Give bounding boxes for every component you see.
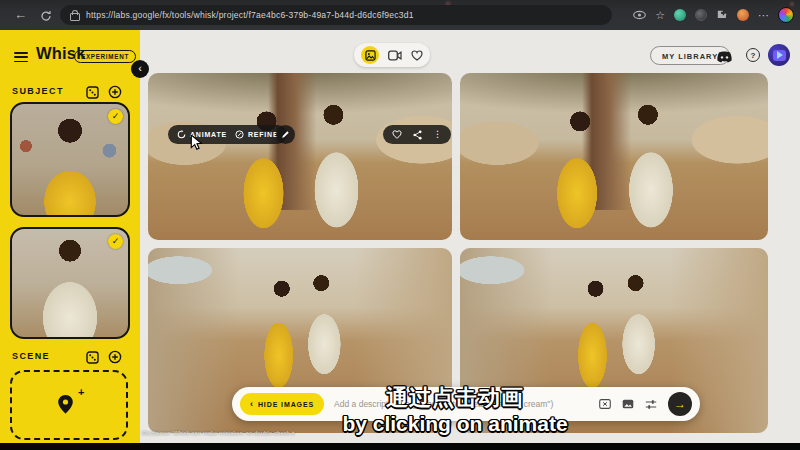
location-pin-icon xyxy=(57,394,74,419)
image-media-pill: ⋮ xyxy=(383,125,451,144)
browser-profile-avatar[interactable] xyxy=(778,7,794,23)
favorite-button[interactable] xyxy=(392,130,402,139)
animate-cycle-icon xyxy=(177,130,186,139)
reader-eye-icon[interactable] xyxy=(633,10,646,20)
subject-thumbnail-man[interactable]: ✓ xyxy=(10,227,130,339)
extension-icon-orange[interactable] xyxy=(737,9,749,21)
subject-thumbnail-woman[interactable]: ✓ xyxy=(10,102,130,217)
video-camera-icon xyxy=(388,50,402,61)
generated-image-2[interactable] xyxy=(460,73,768,240)
refine-label: REFINE xyxy=(248,131,278,138)
subtitle-chinese: 通过点击动画 xyxy=(100,383,800,413)
subject-section-header: SUBJECT xyxy=(0,85,140,99)
extension-icon-dark[interactable] xyxy=(695,9,707,21)
animate-label: ANIMATE xyxy=(190,131,227,138)
help-icon[interactable]: ? xyxy=(746,48,760,62)
url-text: https://labs.google/fx/tools/whisk/proje… xyxy=(86,10,414,20)
lock-icon xyxy=(70,13,80,21)
pen-icon xyxy=(281,130,290,139)
image-mode-button[interactable] xyxy=(361,46,379,64)
browser-actions: ☆ ⋯ xyxy=(633,0,794,30)
sidebar-collapse-button[interactable]: ‹ xyxy=(131,60,149,78)
browser-menu-icon[interactable]: ⋯ xyxy=(758,9,769,22)
menu-hamburger-icon[interactable] xyxy=(14,52,28,63)
more-options-button[interactable]: ⋮ xyxy=(433,130,442,139)
favorites-button[interactable] xyxy=(411,50,423,61)
subject-label: SUBJECT xyxy=(12,86,64,96)
heart-icon xyxy=(411,50,423,61)
subject-reroll-dice-icon[interactable] xyxy=(86,85,100,99)
refine-icon xyxy=(235,130,244,139)
subject-add-icon[interactable] xyxy=(108,85,122,99)
screen: ← https://labs.google/fx/tools/whisk/pro… xyxy=(0,0,800,450)
animate-button[interactable]: ANIMATE xyxy=(177,130,227,139)
refine-button[interactable]: REFINE xyxy=(235,130,278,139)
selected-check-icon: ✓ xyxy=(108,234,123,249)
subtitle-english: by clicking on animate xyxy=(100,412,800,436)
scene-add-icon[interactable] xyxy=(108,350,122,364)
share-icon xyxy=(413,130,422,140)
refresh-icon xyxy=(40,10,52,22)
browser-back-button[interactable]: ← xyxy=(14,8,27,21)
sidebar: Whisk EXPERIMENT ‹ SUBJECT ✓ ✓ SCENE xyxy=(0,30,140,443)
browser-refresh-button[interactable] xyxy=(40,8,52,26)
scene-section-header: SCENE xyxy=(0,350,140,364)
browser-chrome: ← https://labs.google/fx/tools/whisk/pro… xyxy=(0,0,800,30)
image-icon xyxy=(365,50,376,61)
scene-reroll-dice-icon[interactable] xyxy=(86,350,100,364)
discord-icon[interactable] xyxy=(716,50,733,68)
whisk-app: Whisk EXPERIMENT ‹ SUBJECT ✓ ✓ SCENE xyxy=(0,30,800,443)
extensions-puzzle-icon[interactable] xyxy=(716,9,728,21)
avatar-logo xyxy=(773,50,786,61)
selected-check-icon: ✓ xyxy=(108,109,123,124)
bottom-letterbox xyxy=(0,443,800,450)
browser-address-bar[interactable]: https://labs.google/fx/tools/whisk/proje… xyxy=(60,5,612,25)
edit-pen-button[interactable] xyxy=(276,125,295,144)
canvas-area: MY LIBRARY ? ANIMATE xyxy=(140,30,800,443)
extension-icon-green[interactable] xyxy=(674,9,686,21)
scene-add-plus: + xyxy=(78,386,84,398)
bookmark-star-icon[interactable]: ☆ xyxy=(655,9,665,22)
experiment-badge: EXPERIMENT xyxy=(74,50,136,63)
share-button[interactable] xyxy=(413,130,422,140)
image-action-pill: ANIMATE REFINE xyxy=(168,125,287,144)
scene-label: SCENE xyxy=(12,351,50,361)
generated-image-1[interactable]: ANIMATE REFINE xyxy=(148,73,452,240)
profile-avatar[interactable] xyxy=(768,44,790,66)
video-mode-button[interactable] xyxy=(388,50,402,61)
mode-toolbar xyxy=(354,43,430,67)
heart-icon xyxy=(392,130,402,139)
